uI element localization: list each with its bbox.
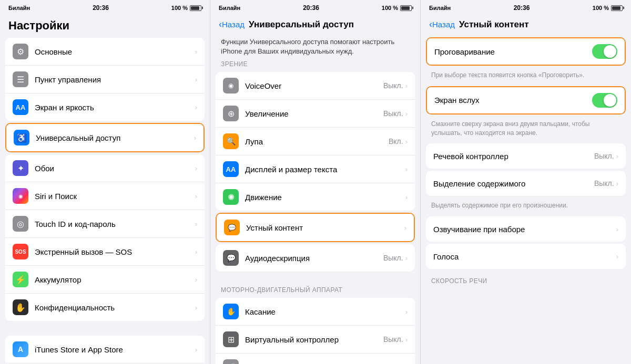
screen-aloud-toggle-knob xyxy=(604,94,616,107)
spoken-scroll[interactable]: Проговаривание При выборе текста появитс… xyxy=(421,33,631,364)
settings-item-battery[interactable]: ⚡ Аккумулятор › xyxy=(5,266,205,294)
settings-item-display[interactable]: AA Экран и яркость › xyxy=(5,93,205,121)
spoken-chevron: › xyxy=(404,224,406,232)
settings-section-main: ⚙ Основные › ☰ Пункт управления › AA Экр… xyxy=(5,38,205,121)
display2-icon: AA xyxy=(223,161,239,177)
typing-section: Озвучивание при наборе › xyxy=(426,216,626,242)
settings-item-accessibility[interactable]: ♿ Универсальный доступ › xyxy=(6,124,203,151)
voices-chevron: › xyxy=(616,253,618,261)
accessibility-scroll[interactable]: Функции Универсального доступа помогают … xyxy=(210,33,420,364)
item-typing[interactable]: Озвучивание при наборе › xyxy=(426,216,626,242)
sos-label: Экстренный вызов — SOS xyxy=(35,247,195,256)
switch-chevron: › xyxy=(405,336,408,344)
item-audio[interactable]: 💬 Аудиодескрипция Выкл. › xyxy=(216,244,415,272)
lupa-chevron: › xyxy=(405,138,408,145)
settings-item-sos[interactable]: SOS Экстренный вызов — SOS › xyxy=(5,238,205,266)
item-selection[interactable]: Выделение содержимого Выкл. › xyxy=(426,171,626,196)
control-icon: ☰ xyxy=(13,71,28,87)
item-zoom[interactable]: ⊕ Увеличение Выкл. › xyxy=(216,100,415,128)
accessibility-chevron: › xyxy=(194,134,196,142)
settings-scroll[interactable]: ⚙ Основные › ☰ Пункт управления › AA Экр… xyxy=(0,36,210,364)
settings-item-wallpaper[interactable]: ✦ Обои › xyxy=(5,154,205,182)
lupa-icon: 🔍 xyxy=(223,133,239,149)
carrier-2: Билайн xyxy=(219,5,240,11)
touchid-label: Touch ID и код-пароль xyxy=(35,220,195,228)
progovor-toggle[interactable] xyxy=(592,44,617,59)
item-switch[interactable]: ⊞ Виртуальный контроллер Выкл. › xyxy=(216,326,415,353)
speech-ctrl-value: Выкл. xyxy=(594,152,614,160)
typing-chevron: › xyxy=(616,225,618,233)
siri-icon: ◉ xyxy=(13,188,28,204)
item-display2[interactable]: AA Дисплей и размер текста › xyxy=(216,155,415,183)
sos-icon: SOS xyxy=(13,244,28,259)
selection-chevron: › xyxy=(616,180,618,188)
accessibility-highlighted[interactable]: ♿ Универсальный доступ › xyxy=(5,123,205,152)
control-label: Пункт управления xyxy=(35,75,195,84)
audio-chevron: › xyxy=(405,254,408,262)
battery-fill-1 xyxy=(191,6,199,10)
battery-icon-3 xyxy=(611,5,623,11)
item-lupa[interactable]: 🔍 Лупа Вкл. › xyxy=(216,128,415,155)
display-label: Экран и яркость xyxy=(35,103,195,112)
back-button-3[interactable]: Назад xyxy=(432,20,455,29)
back-button-2[interactable]: Назад xyxy=(222,20,245,29)
item-progovor[interactable]: Проговаривание xyxy=(427,38,625,65)
battery-label: Аккумулятор xyxy=(35,275,195,284)
switch-value: Выкл. xyxy=(383,335,403,344)
zoom-value: Выкл. xyxy=(383,109,403,118)
item-voiceover[interactable]: ◉ VoiceOver Выкл. › xyxy=(216,72,415,100)
panel-spoken-content: Билайн 20:36 100 % ‹ Назад Устный контен… xyxy=(421,0,631,364)
accessibility-description: Функции Универсального доступа помогают … xyxy=(210,33,420,58)
typing-label: Озвучивание при наборе xyxy=(433,225,616,234)
item-spoken[interactable]: 💬 Устный контент › xyxy=(217,214,414,241)
selection-label: Выделение содержимого xyxy=(433,179,594,188)
speech-ctrl-label: Речевой контроллер xyxy=(433,152,594,161)
battery-status-3: 100 % xyxy=(593,5,623,11)
carrier-1: Билайн xyxy=(8,5,30,11)
wallpaper-icon: ✦ xyxy=(13,160,28,176)
zoom-icon: ⊕ xyxy=(223,106,239,121)
battery-status-1: 100 % xyxy=(171,5,201,11)
touch-label: Касание xyxy=(245,307,405,316)
lupa-label: Лупа xyxy=(245,137,389,146)
touch-chevron: › xyxy=(405,308,408,316)
item-touch[interactable]: ✋ Касание › xyxy=(216,298,415,326)
audio-section: 💬 Аудиодескрипция Выкл. › xyxy=(216,244,415,272)
section-label-vision: ЗРЕНИЕ xyxy=(210,58,420,70)
section-label-motor: МОТОРНО-ДВИГАТЕЛЬНЫЙ АППАРАТ xyxy=(210,284,420,296)
settings-item-control[interactable]: ☰ Пункт управления › xyxy=(5,66,205,93)
spoken-icon: 💬 xyxy=(224,220,240,235)
battery-status-2: 100 % xyxy=(382,5,412,11)
settings-item-general[interactable]: ⚙ Основные › xyxy=(5,38,205,66)
motion-icon: ✺ xyxy=(223,189,239,205)
item-motion[interactable]: ✺ Движение › xyxy=(216,183,415,211)
settings-item-touchid[interactable]: ◎ Touch ID и код-пароль › xyxy=(5,210,205,238)
appstore-label: iTunes Store и App Store xyxy=(35,345,195,354)
settings-item-privacy[interactable]: ✋ Конфиденциальность › xyxy=(5,294,205,321)
appstore-icon: A xyxy=(13,341,28,357)
item-speech-ctrl[interactable]: Речевой контроллер Выкл. › xyxy=(426,143,626,169)
privacy-label: Конфиденциальность xyxy=(35,303,195,312)
settings-item-siri[interactable]: ◉ Siri и Поиск › xyxy=(5,182,205,210)
item-screen-aloud[interactable]: Экран вслух xyxy=(427,87,625,113)
spoken-highlighted[interactable]: 💬 Устный контент › xyxy=(216,213,415,242)
audio-value: Выкл. xyxy=(383,254,403,262)
item-voices[interactable]: Голоса › xyxy=(426,244,626,269)
item-voicecontrol[interactable]: 🎤 Управление голосом Выкл. › xyxy=(216,353,415,364)
battery-fill-2 xyxy=(401,6,410,10)
switch-label: Виртуальный контроллер xyxy=(245,335,383,344)
control-chevron: › xyxy=(195,76,197,84)
settings-item-appstore[interactable]: A iTunes Store и App Store › xyxy=(5,336,205,363)
display2-label: Дисплей и размер текста xyxy=(245,165,405,174)
battery-icon-1 xyxy=(190,5,201,11)
signal-3: 100 % xyxy=(593,5,609,11)
selection-section: Выделение содержимого Выкл. › xyxy=(426,171,626,196)
spoken-label: Устный контент xyxy=(246,223,404,232)
nav-header-3: ‹ Назад Устный контент xyxy=(421,15,631,33)
battery-item-icon: ⚡ xyxy=(13,272,28,287)
progovor-description: При выборе текста появится кнопка «Прого… xyxy=(421,68,631,84)
time-2: 20:36 xyxy=(303,4,319,12)
screen-aloud-toggle[interactable] xyxy=(592,93,617,108)
page-title-bar-1: Настройки xyxy=(0,15,210,36)
vision-section: ◉ VoiceOver Выкл. › ⊕ Увеличение Выкл. ›… xyxy=(216,72,415,211)
